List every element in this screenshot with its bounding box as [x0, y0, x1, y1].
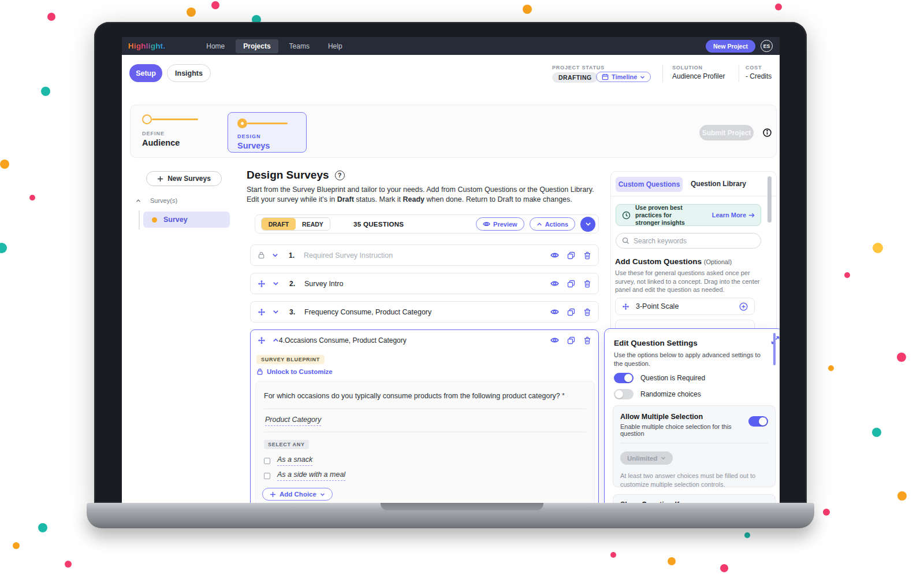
chevron-down-icon [640, 75, 645, 80]
drag-handle-icon[interactable] [258, 336, 266, 344]
step-label-audience[interactable]: Audience [142, 138, 180, 147]
trash-icon[interactable] [583, 336, 591, 344]
confetti-dot [41, 87, 50, 96]
add-choice-button[interactable]: Add Choice [262, 488, 333, 501]
sidebar-item-survey[interactable]: Survey [143, 212, 230, 228]
multiple-selection-toggle[interactable] [748, 416, 768, 427]
nav-item-teams[interactable]: Teams [282, 39, 317, 53]
duplicate-icon[interactable] [567, 336, 575, 344]
confetti-dot [823, 509, 830, 516]
new-surveys-button[interactable]: New Surveys [146, 171, 222, 186]
tab-setup[interactable]: Setup [129, 64, 162, 82]
confetti-dot [65, 561, 72, 568]
randomize-choices-toggle[interactable] [614, 389, 634, 399]
help-icon[interactable]: ? [335, 171, 345, 180]
eye-icon[interactable] [550, 279, 559, 288]
best-practices-banner: Use proven best practices forstronger in… [616, 204, 761, 226]
library-item-3-point-scale[interactable]: 3-Point Scale [615, 298, 755, 315]
banner-text: Use proven best practices forstronger in… [635, 204, 707, 227]
confetti-dot [29, 195, 35, 201]
tab-custom-questions[interactable]: Custom Questions [616, 177, 683, 192]
question-row-1[interactable]: 1. Required Survey Instruction [250, 244, 599, 266]
new-project-button[interactable]: New Project [706, 40, 755, 53]
chevron-down-icon[interactable] [273, 309, 279, 315]
duplicate-icon[interactable] [567, 308, 575, 316]
choice-row: As a snack [264, 455, 312, 466]
eye-icon[interactable] [550, 307, 559, 316]
nav-item-projects[interactable]: Projects [236, 39, 278, 53]
checkbox[interactable] [264, 458, 270, 464]
solution-label: SOLUTION [672, 65, 703, 71]
question-4-header[interactable]: 4. Occasions Consume, Product Category [251, 330, 598, 344]
product-category-field[interactable]: Product Category [265, 416, 321, 426]
trash-icon[interactable] [583, 280, 591, 288]
tab-insights[interactable]: Insights [167, 64, 211, 82]
unlock-to-customize-link[interactable]: Unlock to Customize [256, 368, 333, 375]
chevron-up-icon[interactable] [273, 337, 279, 343]
app-logo[interactable]: Highlight. [128, 42, 165, 50]
confetti-dot [38, 523, 47, 532]
chevron-down-icon [661, 455, 666, 461]
collapse-panel-button[interactable] [580, 217, 595, 232]
question-required-toggle[interactable] [614, 373, 634, 383]
actions-button[interactable]: Actions [530, 217, 575, 231]
eye-icon[interactable] [550, 336, 559, 344]
duplicate-icon[interactable] [567, 251, 575, 260]
survey-group-header[interactable]: Survey(s) [136, 197, 177, 204]
duplicate-icon[interactable] [567, 280, 575, 288]
nav-item-help[interactable]: Help [321, 39, 350, 53]
info-icon[interactable] [763, 128, 772, 137]
step-surveys[interactable]: DESIGN Surveys [228, 112, 307, 153]
multiple-selection-card: Allow Multiple Selection Enable multiple… [613, 405, 776, 487]
step-audience[interactable] [142, 114, 198, 124]
draft-toggle[interactable]: DRAFT [262, 218, 296, 230]
unlimited-dropdown[interactable]: Unlimited [620, 451, 673, 465]
choice-label[interactable]: As a snack [277, 455, 312, 466]
arrow-right-icon [748, 212, 755, 218]
scrollbar-thumb[interactable] [767, 176, 772, 223]
confetti-dot [0, 243, 7, 253]
ready-toggle[interactable]: READY [296, 218, 330, 230]
eye-icon[interactable] [550, 251, 559, 260]
trash-icon[interactable] [583, 251, 591, 260]
add-circle-icon[interactable] [739, 302, 748, 311]
library-item-label: 3-Point Scale [636, 302, 679, 310]
preview-button[interactable]: Preview [476, 217, 524, 231]
confetti-dot [610, 552, 616, 558]
lock-icon [256, 368, 263, 375]
question-row-3[interactable]: 3. Frequency Consume, Product Category [250, 301, 599, 323]
chevron-down-icon[interactable] [273, 280, 279, 287]
tab-question-library[interactable]: Question Library [691, 180, 746, 188]
multiple-selection-title: Allow Multiple Selection [620, 413, 748, 421]
question-row-2[interactable]: 2. Survey Intro [250, 273, 599, 294]
chevron-down-icon[interactable] [272, 252, 278, 258]
drag-handle-icon[interactable] [622, 303, 629, 310]
nav-item-home[interactable]: Home [199, 39, 232, 53]
confetti-dot [668, 557, 676, 565]
question-number: 3. [289, 308, 295, 316]
checkbox[interactable] [264, 473, 270, 479]
description-line1: Start from the Survey Blueprint and tail… [247, 186, 594, 194]
settings-scrollbar-thumb[interactable] [773, 333, 776, 365]
project-status-label: PROJECT STATUS [552, 65, 605, 71]
page-title-row: Design Surveys ? [247, 169, 345, 181]
search-box[interactable] [616, 233, 761, 249]
search-icon [622, 237, 629, 244]
timeline-dropdown[interactable]: Timeline [596, 72, 651, 82]
page: Highlight. Home Projects Teams Help New … [0, 0, 924, 578]
submit-project-button[interactable]: Submit Project [699, 125, 754, 140]
stepper-card: DEFINE Audience DESIGN Surveys Submit Pr… [130, 105, 777, 158]
nav-items: Home Projects Teams Help [199, 39, 349, 53]
user-avatar[interactable]: ES [761, 40, 773, 52]
confetti-dot [873, 243, 883, 253]
learn-more-link[interactable]: Learn More [712, 212, 755, 218]
choice-label[interactable]: As a side with a meal [277, 470, 345, 481]
search-input[interactable] [634, 237, 743, 245]
step-line [152, 118, 198, 120]
drag-handle-icon[interactable] [258, 280, 266, 288]
drag-handle-icon[interactable] [258, 308, 266, 316]
trash-icon[interactable] [583, 308, 591, 316]
survey-item-label: Survey [163, 216, 188, 224]
step-kicker: DEFINE [142, 131, 165, 136]
divider [264, 432, 586, 432]
